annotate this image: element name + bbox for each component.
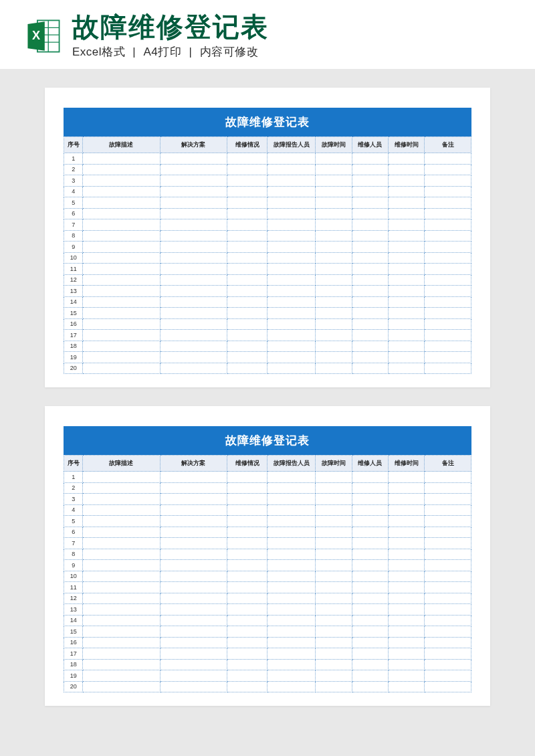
cell-empty	[160, 274, 227, 286]
cell-empty	[388, 274, 424, 286]
cell-empty	[352, 286, 388, 297]
header-text-block: 故障维修登记表 Excel格式 | A4打印 | 内容可修改	[72, 12, 511, 60]
main-title: 故障维修登记表	[72, 12, 511, 41]
cell-empty	[83, 604, 160, 616]
sheet-title: 故障维修登记表	[64, 108, 471, 136]
cell-empty	[425, 242, 471, 253]
cell-empty	[316, 472, 352, 483]
cell-empty	[316, 538, 352, 549]
table-row: 10	[64, 252, 471, 264]
cell-empty	[83, 153, 160, 165]
cell-empty	[160, 219, 227, 231]
cell-empty	[425, 615, 471, 626]
cell-empty	[425, 296, 471, 308]
cell-empty	[83, 363, 160, 374]
col-rep: 故障报告人员	[268, 137, 316, 153]
col-stat: 维修情况	[227, 137, 268, 153]
cell-empty	[352, 527, 388, 538]
cell-empty	[83, 659, 160, 670]
cell-empty	[316, 604, 352, 616]
cell-empty	[388, 494, 424, 505]
cell-empty	[352, 637, 388, 648]
cell-empty	[268, 175, 316, 187]
cell-empty	[352, 164, 388, 175]
cell-empty	[352, 175, 388, 187]
cell-empty	[268, 516, 316, 527]
cell-empty	[268, 308, 316, 319]
table-row: 19	[64, 670, 471, 682]
cell-empty	[83, 648, 160, 660]
cell-empty	[352, 330, 388, 341]
cell-seq: 17	[64, 648, 83, 660]
sub-part-1: Excel格式	[72, 45, 125, 58]
cell-empty	[425, 164, 471, 175]
table-row: 6	[64, 208, 471, 219]
cell-seq: 10	[64, 252, 83, 264]
cell-empty	[268, 494, 316, 505]
col-desc: 故障描述	[83, 456, 160, 472]
cell-empty	[227, 571, 268, 582]
table-row: 16	[64, 318, 471, 330]
cell-empty	[160, 341, 227, 352]
cell-empty	[227, 219, 268, 231]
cell-empty	[160, 208, 227, 219]
cell-empty	[425, 230, 471, 242]
cell-empty	[83, 341, 160, 352]
cell-empty	[160, 494, 227, 505]
cell-empty	[83, 330, 160, 341]
cell-seq: 16	[64, 318, 83, 330]
excel-icon: X	[24, 17, 63, 56]
cell-empty	[83, 549, 160, 560]
table-row: 7	[64, 219, 471, 231]
cell-empty	[425, 516, 471, 527]
cell-empty	[352, 593, 388, 604]
page-1: 故障维修登记表 序号 故障描述 解决方案 维修情况 故障报告人员 故障时间 维修…	[45, 88, 490, 387]
cell-empty	[388, 363, 424, 374]
cell-empty	[160, 264, 227, 275]
document-header: X 故障维修登记表 Excel格式 | A4打印 | 内容可修改	[0, 0, 535, 69]
cell-empty	[388, 175, 424, 187]
cell-empty	[160, 637, 227, 648]
cell-empty	[227, 527, 268, 538]
cell-empty	[160, 352, 227, 363]
svg-text:X: X	[32, 29, 40, 42]
cell-empty	[83, 296, 160, 308]
sub-part-3: 内容可修改	[200, 45, 259, 58]
cell-empty	[388, 593, 424, 604]
cell-empty	[388, 341, 424, 352]
cell-empty	[160, 681, 227, 692]
cell-empty	[227, 659, 268, 670]
table-row: 18	[64, 659, 471, 670]
col-sol: 解决方案	[160, 137, 227, 153]
cell-empty	[268, 363, 316, 374]
cell-empty	[83, 472, 160, 483]
cell-empty	[160, 626, 227, 638]
cell-empty	[227, 637, 268, 648]
cell-empty	[388, 308, 424, 319]
cell-empty	[268, 593, 316, 604]
cell-empty	[388, 318, 424, 330]
cell-seq: 12	[64, 593, 83, 604]
cell-empty	[316, 330, 352, 341]
cell-empty	[316, 264, 352, 275]
cell-empty	[268, 648, 316, 660]
cell-empty	[268, 482, 316, 494]
cell-empty	[227, 352, 268, 363]
table-row: 11	[64, 582, 471, 593]
cell-empty	[83, 482, 160, 494]
cell-empty	[160, 472, 227, 483]
cell-empty	[160, 482, 227, 494]
cell-empty	[227, 153, 268, 165]
cell-empty	[425, 186, 471, 197]
cell-empty	[227, 504, 268, 516]
cell-empty	[83, 286, 160, 297]
repair-table-2: 序号 故障描述 解决方案 维修情况 故障报告人员 故障时间 维修人员 维修时间 …	[64, 455, 471, 692]
cell-empty	[160, 593, 227, 604]
cell-empty	[316, 208, 352, 219]
sheet-title: 故障维修登记表	[64, 426, 471, 455]
cell-empty	[268, 242, 316, 253]
cell-empty	[227, 670, 268, 682]
cell-empty	[425, 681, 471, 692]
cell-empty	[425, 318, 471, 330]
cell-seq: 8	[64, 549, 83, 560]
